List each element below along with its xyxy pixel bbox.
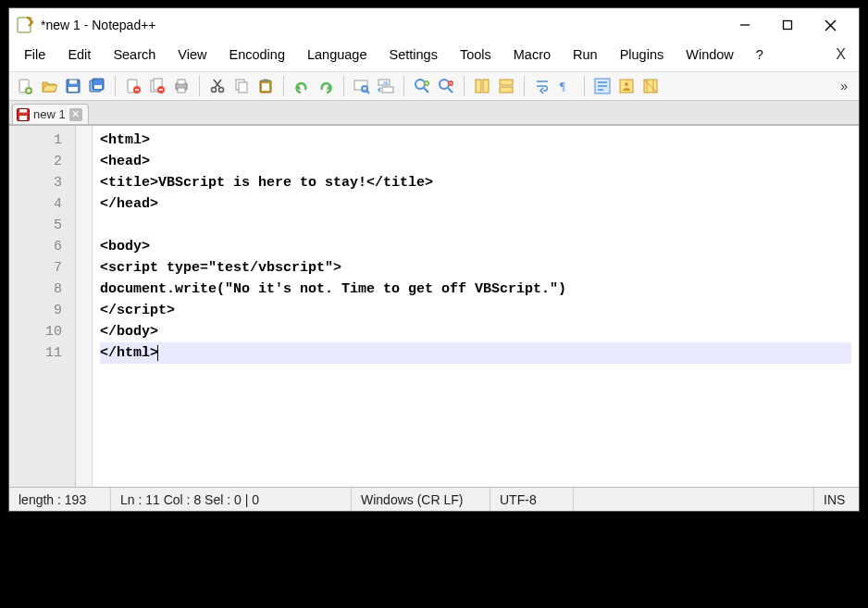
code-line[interactable]: <title>VBScript is here to stay!</title>: [100, 172, 851, 193]
sync-h-icon[interactable]: [496, 76, 516, 96]
code-line[interactable]: <head>: [100, 151, 851, 172]
line-number[interactable]: 1: [9, 130, 75, 151]
menu-settings[interactable]: Settings: [378, 43, 448, 66]
menubar: File Edit Search View Encoding Language …: [9, 42, 859, 72]
titlebar[interactable]: *new 1 - Notepad++: [9, 8, 859, 42]
svg-rect-29: [263, 80, 268, 82]
status-encoding[interactable]: UTF-8: [490, 488, 574, 511]
udl-icon[interactable]: [616, 76, 637, 96]
tab-dirty-save-icon: [17, 108, 30, 121]
minimize-button[interactable]: [724, 14, 766, 36]
line-number[interactable]: 4: [9, 193, 75, 215]
redo-icon[interactable]: [316, 76, 336, 96]
menu-view[interactable]: View: [167, 43, 217, 66]
status-position: Ln : 11 Col : 8 Sel : 0 | 0: [111, 488, 352, 511]
paste-icon[interactable]: [255, 76, 276, 96]
find-icon[interactable]: [352, 76, 372, 96]
copy-icon[interactable]: [231, 76, 252, 96]
line-number[interactable]: 2: [9, 151, 75, 172]
svg-rect-22: [178, 80, 185, 84]
zoom-in-icon[interactable]: [412, 76, 432, 96]
undo-icon[interactable]: [291, 76, 312, 96]
line-number[interactable]: 6: [9, 236, 75, 257]
close-file-icon[interactable]: [123, 76, 143, 96]
svg-rect-46: [500, 80, 513, 85]
line-number[interactable]: 5: [9, 215, 75, 236]
code-line[interactable]: </html>: [100, 342, 851, 364]
code-line[interactable]: <html>: [100, 130, 851, 151]
menu-plugins[interactable]: Plugins: [609, 43, 676, 66]
code-line[interactable]: </script>: [100, 300, 851, 321]
svg-line-41: [448, 88, 453, 93]
close-all-icon[interactable]: [147, 76, 167, 96]
close-button[interactable]: [809, 14, 851, 36]
svg-rect-30: [262, 83, 269, 91]
menu-edit[interactable]: Edit: [56, 43, 102, 66]
menu-run[interactable]: Run: [562, 43, 609, 66]
status-insert-mode[interactable]: INS: [814, 488, 859, 511]
code-area[interactable]: <html><head><title>VBScript is here to s…: [93, 126, 859, 487]
svg-line-33: [366, 91, 369, 93]
svg-point-37: [415, 80, 425, 89]
menu-language[interactable]: Language: [296, 43, 378, 66]
doc-map-icon[interactable]: [640, 76, 661, 96]
show-ws-icon[interactable]: ¶: [556, 76, 577, 96]
menu-tools[interactable]: Tools: [449, 43, 502, 66]
save-icon[interactable]: [63, 76, 83, 96]
svg-rect-27: [239, 82, 247, 93]
application-window: *new 1 - Notepad++ File Edit Search View…: [8, 7, 860, 512]
svg-rect-45: [483, 80, 489, 93]
menu-window[interactable]: Window: [675, 43, 745, 66]
line-number[interactable]: 7: [9, 257, 75, 279]
tabbar: new 1 ✕: [9, 101, 859, 125]
status-eol[interactable]: Windows (CR LF): [352, 488, 490, 511]
svg-rect-13: [94, 85, 102, 89]
status-spacer: [574, 488, 814, 511]
statusbar: length : 193 Ln : 11 Col : 8 Sel : 0 | 0…: [9, 487, 859, 511]
app-icon: [17, 17, 33, 33]
zoom-out-icon[interactable]: [436, 76, 456, 96]
tab-new1[interactable]: new 1 ✕: [12, 104, 89, 124]
code-line[interactable]: [100, 215, 851, 236]
save-all-icon[interactable]: [87, 76, 107, 96]
code-line[interactable]: document.write("No it's not. Time to get…: [100, 279, 851, 300]
replace-icon[interactable]: ab: [376, 76, 396, 96]
menu-help[interactable]: ?: [745, 43, 775, 66]
maximize-button[interactable]: [766, 14, 809, 36]
line-number[interactable]: 11: [9, 342, 75, 364]
window-controls: [724, 14, 851, 36]
tab-close-icon[interactable]: ✕: [69, 108, 82, 121]
line-number[interactable]: 9: [9, 300, 75, 321]
secondary-close-button[interactable]: X: [826, 46, 855, 63]
indent-guide-icon[interactable]: [592, 76, 613, 96]
code-line[interactable]: </body>: [100, 321, 851, 342]
svg-point-40: [440, 80, 449, 89]
code-line[interactable]: <script type="test/vbscript">: [100, 257, 851, 279]
window-title: *new 1 - Notepad++: [41, 18, 724, 32]
line-number[interactable]: 3: [9, 172, 75, 193]
svg-rect-23: [178, 88, 185, 93]
menu-file[interactable]: File: [13, 43, 56, 66]
svg-text:¶: ¶: [560, 79, 565, 93]
line-number[interactable]: 8: [9, 279, 75, 300]
sync-v-icon[interactable]: [472, 76, 492, 96]
tab-label: new 1: [33, 107, 66, 121]
code-line[interactable]: <body>: [100, 236, 851, 257]
line-number-gutter[interactable]: 1234567891011: [9, 126, 76, 487]
svg-rect-20: [159, 89, 163, 91]
new-file-icon[interactable]: [15, 76, 35, 96]
toolbar-overflow-icon[interactable]: »: [835, 79, 853, 93]
code-line[interactable]: </head>: [100, 193, 851, 215]
wrap-icon[interactable]: [532, 76, 552, 96]
fold-margin[interactable]: [76, 126, 93, 487]
open-file-icon[interactable]: [39, 76, 59, 96]
menu-search[interactable]: Search: [102, 43, 167, 66]
cut-icon[interactable]: [207, 76, 228, 96]
svg-point-51: [625, 82, 628, 86]
menu-macro[interactable]: Macro: [502, 43, 562, 66]
menu-encoding[interactable]: Encoding: [218, 43, 296, 66]
line-number[interactable]: 10: [9, 321, 75, 342]
svg-rect-31: [354, 81, 367, 90]
editor: 1234567891011 <html><head><title>VBScrip…: [9, 125, 859, 487]
print-icon[interactable]: [171, 76, 192, 96]
